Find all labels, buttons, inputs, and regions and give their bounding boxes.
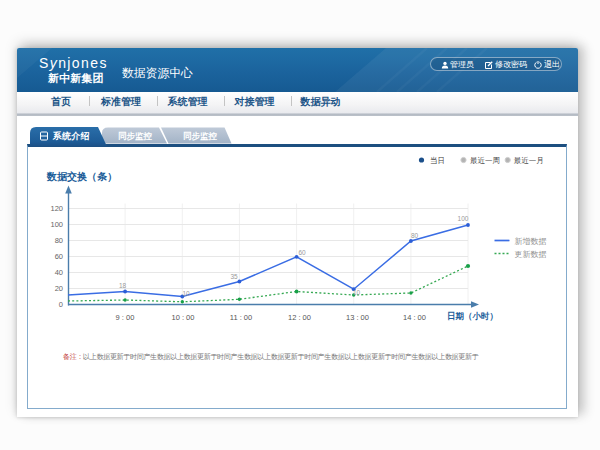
svg-text:最近一周: 最近一周 xyxy=(470,155,500,164)
svg-text:80: 80 xyxy=(55,236,63,245)
svg-text:日期（小时）: 日期（小时） xyxy=(447,310,498,320)
svg-text:120: 120 xyxy=(50,204,63,213)
svg-text:35: 35 xyxy=(230,273,238,280)
svg-text:18: 18 xyxy=(119,282,127,289)
svg-text:备注：以上数据更新于时间产生数据以上数据更新于时间产生数据以: 备注：以上数据更新于时间产生数据以上数据更新于时间产生数据以上数据更新于时间产生… xyxy=(63,352,479,361)
svg-text:10: 10 xyxy=(353,289,361,296)
svg-text:100: 100 xyxy=(50,220,63,229)
svg-text:60: 60 xyxy=(55,252,63,261)
svg-text:100: 100 xyxy=(458,215,469,222)
svg-text:0: 0 xyxy=(59,300,63,309)
svg-text:12 : 00: 12 : 00 xyxy=(288,313,311,322)
svg-text:11 : 00: 11 : 00 xyxy=(230,313,252,322)
svg-text:最近一月: 最近一月 xyxy=(514,155,544,164)
svg-text:同步监控: 同步监控 xyxy=(183,131,218,141)
svg-text:20: 20 xyxy=(55,284,63,293)
svg-text:14 : 00: 14 : 00 xyxy=(403,313,426,322)
svg-text:系统介绍: 系统介绍 xyxy=(52,131,90,141)
svg-text:40: 40 xyxy=(55,268,63,277)
svg-text:9 : 00: 9 : 00 xyxy=(116,313,135,322)
svg-text:同步监控: 同步监控 xyxy=(118,131,153,141)
svg-text:80: 80 xyxy=(411,232,419,239)
svg-text:更新数据: 更新数据 xyxy=(515,249,547,258)
svg-text:10 : 00: 10 : 00 xyxy=(172,313,195,322)
svg-text:当日: 当日 xyxy=(430,155,445,164)
svg-text:数据交换（条）: 数据交换（条） xyxy=(46,171,117,182)
svg-text:60: 60 xyxy=(298,248,306,255)
svg-text:13 : 00: 13 : 00 xyxy=(346,313,369,322)
svg-text:10: 10 xyxy=(182,290,190,297)
svg-text:新增数据: 新增数据 xyxy=(515,236,547,245)
